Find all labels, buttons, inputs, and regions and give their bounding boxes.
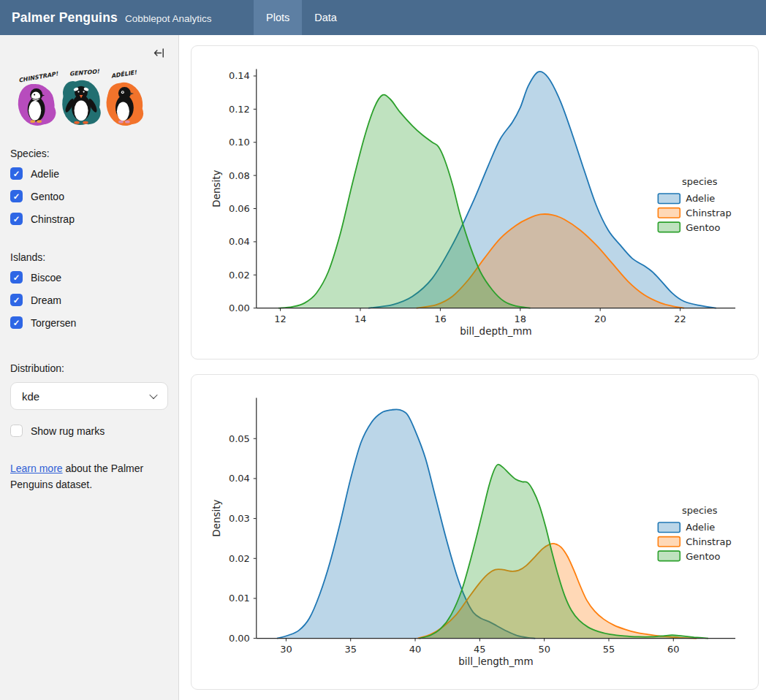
distribution-label: Distribution: [10,362,168,374]
learn-more-text: Learn more about the Palmer Penguins dat… [10,460,165,493]
navbar: Palmer Penguins Cobblepot Analytics Plot… [0,0,766,35]
species-section-label: Species: [10,148,168,159]
svg-text:0.14: 0.14 [229,70,250,81]
svg-text:bill_depth_mm: bill_depth_mm [460,326,532,337]
tab-plots[interactable]: Plots [254,0,302,35]
svg-text:species: species [682,176,718,187]
bill-depth-kde-chart: 1214161820220.000.020.040.060.080.100.12… [192,46,758,359]
checked-checkbox[interactable]: ✓ [10,190,23,202]
checkbox-row-chinstrap[interactable]: ✓Chinstrap [10,213,168,225]
svg-text:0.12: 0.12 [229,104,250,115]
bill-depth-plot-card: 1214161820220.000.020.040.060.080.100.12… [191,45,759,359]
svg-text:22: 22 [674,313,686,324]
svg-text:Gentoo: Gentoo [686,551,720,562]
checkbox-row-torgersen[interactable]: ✓Torgersen [10,316,168,329]
svg-text:Density: Density [211,170,222,207]
svg-text:Gentoo: Gentoo [686,222,720,233]
svg-text:0.06: 0.06 [229,203,250,214]
checkbox-label: Torgersen [31,317,76,329]
penguins-artwork: CHINSTRAP! GENTOO! ADÉLIE! [10,65,168,136]
checked-checkbox[interactable]: ✓ [10,271,23,284]
kde-plot-svg: 1214161820220.000.020.040.060.080.100.12… [192,46,758,359]
checkbox-row-gentoo[interactable]: ✓Gentoo [10,190,168,202]
svg-text:0.02: 0.02 [229,553,250,564]
checkbox-row-adelie[interactable]: ✓Adelie [10,167,168,180]
svg-text:Chinstrap: Chinstrap [686,208,731,218]
nav-tabs: Plots Data [254,0,349,35]
checkbox-label: Chinstrap [31,213,75,225]
svg-text:55: 55 [603,644,615,655]
app-title: Palmer Penguins [12,10,118,26]
checkbox-label: Gentoo [31,191,64,202]
sidebar: CHINSTRAP! GENTOO! ADÉLIE! Species: ✓Ade… [0,35,179,700]
svg-text:bill_length_mm: bill_length_mm [458,656,533,667]
svg-text:species: species [682,505,718,516]
islands-checkbox-group: ✓Biscoe✓Dream✓Torgersen [10,271,168,329]
checked-checkbox[interactable]: ✓ [10,316,23,329]
bill-length-plot-card: 303540455055600.000.010.020.030.040.05bi… [191,374,759,690]
checkbox-row-biscoe[interactable]: ✓Biscoe [10,271,168,284]
svg-text:0.04: 0.04 [229,236,250,247]
bill-length-kde-chart: 303540455055600.000.010.020.030.040.05bi… [192,375,758,689]
svg-text:0.03: 0.03 [229,513,250,524]
checkbox-label: Dream [31,294,61,306]
svg-text:Chinstrap: Chinstrap [686,536,731,547]
svg-text:0.05: 0.05 [229,433,250,444]
svg-text:50: 50 [538,644,550,655]
svg-text:16: 16 [434,313,446,324]
main-content: 1214161820220.000.020.040.060.080.100.12… [179,35,766,700]
gentoo-label: GENTOO! [69,68,100,77]
rug-marks-checkbox[interactable] [10,425,23,437]
svg-text:0.00: 0.00 [229,633,250,644]
rug-marks-label: Show rug marks [31,425,105,437]
svg-text:0.08: 0.08 [229,170,250,181]
svg-text:18: 18 [515,313,526,324]
svg-text:Density: Density [211,499,222,536]
svg-text:30: 30 [280,644,292,655]
rug-marks-checkbox-row[interactable]: Show rug marks [10,425,168,437]
svg-text:20: 20 [594,313,606,324]
checked-checkbox[interactable]: ✓ [10,294,23,306]
svg-text:Adelie: Adelie [686,522,715,533]
svg-text:0.02: 0.02 [229,270,250,281]
islands-section-label: Islands: [10,251,168,263]
svg-text:40: 40 [409,644,421,655]
sidebar-collapse-icon[interactable] [151,45,167,61]
svg-text:0.10: 0.10 [229,137,250,148]
svg-text:45: 45 [474,644,485,655]
checkbox-label: Adelie [31,168,59,180]
tab-data[interactable]: Data [302,0,349,35]
checkbox-label: Biscoe [31,272,61,284]
distribution-selected-value: kde [22,390,39,403]
adelie-label: ADÉLIE! [110,68,137,79]
svg-text:12: 12 [274,313,286,324]
checked-checkbox[interactable]: ✓ [10,213,23,225]
species-checkbox-group: ✓Adelie✓Gentoo✓Chinstrap [10,167,168,225]
learn-more-link[interactable]: Learn more [10,463,63,474]
checked-checkbox[interactable]: ✓ [10,167,23,180]
chinstrap-label: CHINSTRAP! [18,70,59,83]
checkbox-row-dream[interactable]: ✓Dream [10,294,168,306]
app-brand: Palmer Penguins Cobblepot Analytics [0,10,254,26]
svg-text:Adelie: Adelie [686,194,715,205]
svg-text:60: 60 [667,644,679,655]
app-subtitle: Cobblepot Analytics [125,13,212,24]
svg-text:35: 35 [344,644,356,655]
svg-text:0.01: 0.01 [229,593,250,604]
chinstrap-penguin [28,88,45,123]
page-body: CHINSTRAP! GENTOO! ADÉLIE! Species: ✓Ade… [0,35,766,700]
kde-plot-svg: 303540455055600.000.010.020.030.040.05bi… [192,375,758,689]
chevron-down-icon [149,391,157,399]
svg-text:14: 14 [354,313,366,324]
distribution-select[interactable]: kde [10,382,168,410]
svg-text:0.04: 0.04 [229,473,250,484]
svg-text:0.00: 0.00 [229,303,250,313]
